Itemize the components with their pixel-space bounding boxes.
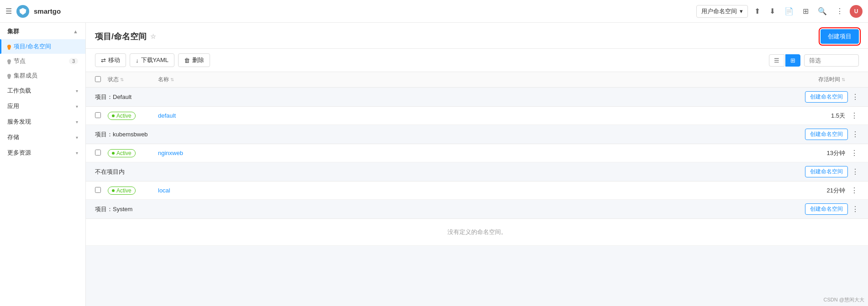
star-icon[interactable]: ☆: [150, 33, 156, 40]
sidebar-item-label: 服务发现: [7, 118, 31, 126]
chevron-down-icon: ▾: [76, 104, 78, 109]
dot-icon: ●: [7, 59, 11, 63]
sidebar-item-workload[interactable]: 工作负载 ▾: [0, 83, 85, 99]
create-namespace-button-kubemsbweb[interactable]: 创建命名空间: [805, 129, 848, 140]
more-icon[interactable]: ⋮: [852, 167, 859, 176]
app-name: smartgo: [34, 7, 61, 15]
document-icon[interactable]: 📄: [782, 5, 796, 17]
group-label: 项目：Default: [95, 93, 132, 101]
nav-right: 用户命名空间 ▾ ⬆ ⬇ 📄 ⊞ 🔍 ⋮ U: [696, 5, 863, 18]
cluster-section: 集群 ▲ ● 项目/命名空间 ● 节点 3 ● 集群成员 工作负载 ▾ 应用: [0, 23, 85, 161]
status-cell: Active: [108, 112, 153, 120]
grid-view-button[interactable]: ⊞: [785, 54, 800, 67]
grid-icon[interactable]: ⊞: [800, 5, 811, 17]
move-label: 移动: [108, 56, 120, 64]
status-text: Active: [116, 187, 132, 194]
hamburger-icon[interactable]: ☰: [5, 7, 12, 16]
upload-icon[interactable]: ⬆: [752, 5, 763, 17]
row-more-icon[interactable]: ⋮: [850, 111, 859, 120]
status-cell: Active: [108, 149, 153, 157]
more-icon[interactable]: ⋮: [852, 130, 859, 139]
sidebar-item-projects[interactable]: ● 项目/命名空间: [0, 39, 85, 54]
watermark: CSDN @慧闲大大: [824, 296, 864, 303]
sidebar-item-label: 工作负载: [7, 87, 31, 95]
namespace-selector[interactable]: 用户命名空间 ▾: [696, 5, 748, 18]
sidebar-item-more-resources[interactable]: 更多资源 ▾: [0, 145, 85, 161]
table-area: 状态 ⇅ 名称 ⇅ 存活时间 ⇅ 项目：Default 创建命名空间 ⋮: [86, 72, 868, 306]
group-system: 项目：System 创建命名空间 ⋮: [86, 200, 868, 219]
group-label: 项目：kubemsbweb: [95, 130, 148, 139]
more-icon[interactable]: ⋮: [852, 205, 859, 213]
cluster-toggle-icon[interactable]: ▲: [73, 29, 78, 34]
row-select-checkbox[interactable]: [95, 187, 101, 193]
filter-input[interactable]: [804, 54, 859, 67]
age-header-label: 存活时间: [818, 76, 840, 83]
page-title-text: 项目/命名空间: [95, 31, 147, 42]
sidebar-item-nodes[interactable]: ● 节点 3: [0, 54, 85, 68]
group-no-project-actions: 创建命名空间 ⋮: [805, 166, 859, 177]
create-namespace-button-default[interactable]: 创建命名空间: [805, 91, 848, 103]
sidebar-item-label: 项目/命名空间: [14, 42, 51, 51]
status-dot-icon: [112, 152, 115, 155]
age-value: 21分钟: [790, 187, 845, 195]
group-label: 项目：System: [95, 205, 132, 213]
select-all-checkbox[interactable]: [95, 76, 101, 82]
status-badge: Active: [108, 112, 136, 120]
cluster-label: 集群: [7, 27, 19, 36]
create-project-button[interactable]: 创建项目: [821, 29, 859, 44]
delete-button[interactable]: 🗑 删除: [178, 53, 210, 67]
search-icon[interactable]: 🔍: [815, 5, 830, 17]
age-value: 1.5天: [790, 112, 845, 120]
page-title: 项目/命名空间 ☆: [95, 31, 156, 42]
sidebar-item-members[interactable]: ● 集群成员: [0, 68, 85, 83]
namespace-name-link[interactable]: local: [158, 187, 786, 194]
status-text: Active: [116, 113, 132, 119]
more-icon[interactable]: ⋮: [852, 93, 859, 101]
status-badge: Active: [108, 149, 136, 157]
more-options-icon[interactable]: ⋮: [833, 5, 846, 17]
namespace-name-link[interactable]: default: [158, 112, 786, 119]
create-namespace-button-system[interactable]: 创建命名空间: [805, 203, 848, 215]
view-toggle: ☰ ⊞: [769, 54, 800, 67]
group-default: 项目：Default 创建命名空间 ⋮: [86, 88, 868, 107]
row-select-checkbox[interactable]: [95, 150, 101, 156]
table-row: Active local 21分钟 ⋮: [86, 182, 868, 200]
app-logo: [16, 5, 29, 18]
group-default-actions: 创建命名空间 ⋮: [805, 91, 859, 103]
row-more-icon[interactable]: ⋮: [850, 186, 859, 195]
group-system-actions: 创建命名空间 ⋮: [805, 203, 859, 215]
download-icon[interactable]: ⬇: [767, 5, 778, 17]
create-namespace-button-noproject[interactable]: 创建命名空间: [805, 166, 848, 177]
row-select-checkbox[interactable]: [95, 112, 101, 118]
download-yaml-button[interactable]: ↓ 下载YAML: [130, 53, 174, 67]
sidebar-item-label: 更多资源: [7, 149, 31, 157]
namespace-name-link[interactable]: nginxweb: [158, 150, 786, 156]
sort-status-icon[interactable]: ⇅: [120, 77, 124, 82]
status-badge: Active: [108, 187, 136, 195]
avatar[interactable]: U: [850, 5, 863, 18]
sort-age-icon[interactable]: ⇅: [842, 77, 845, 82]
download-icon: ↓: [136, 57, 139, 64]
nav-left: ☰ smartgo: [5, 5, 61, 18]
header-checkbox: [95, 76, 103, 83]
table-row: Active default 1.5天 ⋮: [86, 107, 868, 125]
move-button[interactable]: ⇄ 移动: [95, 53, 126, 67]
delete-label: 删除: [192, 56, 204, 64]
sidebar-item-storage[interactable]: 存储 ▾: [0, 130, 85, 145]
chevron-down-icon: ▾: [76, 119, 78, 124]
header-name: 名称 ⇅: [158, 76, 786, 83]
sidebar-item-label: 节点: [14, 57, 26, 65]
row-checkbox: [95, 150, 103, 157]
list-view-button[interactable]: ☰: [769, 54, 784, 67]
status-dot-icon: [112, 189, 115, 192]
chevron-down-icon: ▾: [740, 8, 743, 15]
chevron-down-icon: ▾: [76, 135, 78, 140]
nodes-badge: 3: [69, 58, 78, 64]
sort-name-icon[interactable]: ⇅: [170, 77, 174, 82]
sidebar-item-apps[interactable]: 应用 ▾: [0, 99, 85, 114]
row-checkbox: [95, 112, 103, 119]
row-more-icon[interactable]: ⋮: [850, 149, 859, 157]
top-nav: ☰ smartgo 用户命名空间 ▾ ⬆ ⬇ 📄 ⊞ 🔍 ⋮ U: [0, 0, 868, 23]
sidebar-item-service-discovery[interactable]: 服务发现 ▾: [0, 114, 85, 130]
empty-message: 没有定义的命名空间。: [86, 219, 868, 246]
